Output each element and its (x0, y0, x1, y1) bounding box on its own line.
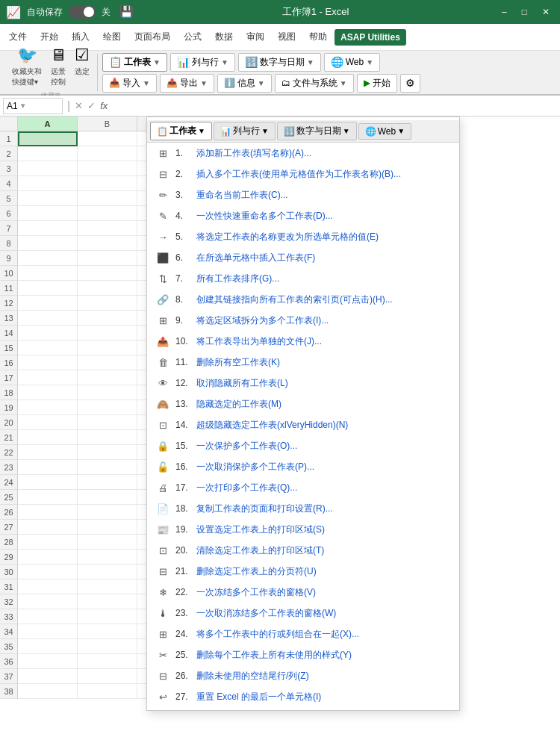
dropdown-item[interactable]: ✎4.一次性快速重命名多个工作表(D)... (147, 205, 459, 226)
grid-cell[interactable] (18, 415, 78, 430)
grid-cell[interactable] (78, 579, 137, 594)
grid-cell[interactable] (78, 370, 137, 385)
dropdown-item[interactable]: ⊞1.添加新工作表(填写名称)(A)... (147, 143, 459, 164)
dropdown-tab-numbers[interactable]: 🔢 数字与日期▼ (277, 122, 357, 140)
dropdown-item[interactable]: 📰19.设置选定工作表上的打印区域(S) (147, 519, 459, 540)
dropdown-tab-worksheet[interactable]: 📋 工作表▼ (150, 122, 212, 140)
grid-cell[interactable] (78, 326, 137, 341)
autosave-toggle[interactable] (69, 5, 96, 19)
remote-control-btn[interactable]: 🖥 远景控制 (47, 44, 69, 89)
grid-cell[interactable] (78, 475, 137, 490)
worksheet-dropdown-btn[interactable]: 📋 工作表 ▼ (102, 53, 167, 72)
grid-cell[interactable] (18, 266, 78, 281)
close-btn[interactable]: ✕ (538, 7, 554, 17)
grid-cell[interactable] (18, 131, 78, 146)
grid-cell[interactable] (78, 609, 137, 624)
save-icon[interactable]: 💾 (119, 5, 134, 19)
grid-cell[interactable] (18, 206, 78, 221)
grid-cell[interactable] (18, 639, 78, 654)
grid-cell[interactable] (78, 266, 137, 281)
select-btn[interactable]: ☑ 选定 (72, 44, 93, 89)
grid-cell[interactable] (78, 654, 137, 669)
menu-draw[interactable]: 绘图 (97, 28, 127, 46)
grid-cell[interactable] (18, 550, 78, 565)
grid-cell[interactable] (78, 550, 137, 565)
grid-cell[interactable] (18, 475, 78, 490)
dropdown-item[interactable]: ✂25.删除每个工作表上所有未使用的样式(Y) (147, 644, 459, 665)
grid-cell[interactable] (78, 176, 137, 191)
grid-cell[interactable] (18, 341, 78, 355)
grid-cell[interactable] (78, 445, 137, 460)
columns-rows-btn[interactable]: 📊 列与行 ▼ (170, 53, 235, 72)
import-btn[interactable]: 📥 导入▼ (102, 74, 157, 93)
grid-cell[interactable] (18, 669, 78, 684)
grid-cell[interactable] (18, 445, 78, 460)
dropdown-item[interactable]: 👁12.取消隐藏所有工作表(L) (147, 373, 459, 394)
grid-cell[interactable] (78, 161, 137, 176)
grid-cell[interactable] (18, 505, 78, 520)
grid-cell[interactable] (18, 609, 78, 624)
menu-help[interactable]: 帮助 (303, 28, 333, 46)
grid-cell[interactable] (78, 430, 137, 445)
dropdown-tab-columns[interactable]: 📊 列与行▼ (214, 122, 276, 140)
maximize-btn[interactable]: □ (517, 7, 532, 17)
grid-cell[interactable] (18, 565, 78, 579)
menu-review[interactable]: 审阅 (240, 28, 270, 46)
grid-cell[interactable] (18, 161, 78, 176)
dropdown-item[interactable]: 📤10.将工作表导出为单独的文件(J)... (147, 331, 459, 352)
dropdown-item[interactable]: 🌡23.一次取消冻结多个工作表的窗格(W) (147, 603, 459, 624)
name-box[interactable]: A1 ▼ (3, 98, 63, 114)
web-btn[interactable]: 🌐 Web ▼ (324, 53, 380, 72)
grid-cell[interactable] (78, 639, 137, 654)
grid-cell[interactable] (18, 370, 78, 385)
grid-cell[interactable] (78, 669, 137, 684)
formula-check-x[interactable]: ✕ (75, 100, 83, 111)
grid-cell[interactable] (18, 400, 78, 415)
grid-cell[interactable] (78, 355, 137, 370)
dropdown-item[interactable]: 🖨17.一次打印多个工作表(Q)... (147, 477, 459, 498)
menu-data[interactable]: 数据 (209, 28, 239, 46)
dropdown-item[interactable]: ⊟21.删除选定工作表上的分页符(U) (147, 561, 459, 582)
numbers-dates-btn[interactable]: 🔢 数字与日期 ▼ (238, 53, 321, 72)
info-btn[interactable]: ℹ️ 信息▼ (217, 74, 272, 93)
grid-cell[interactable] (78, 341, 137, 355)
grid-cell[interactable] (78, 191, 137, 206)
grid-cell[interactable] (18, 594, 78, 609)
dropdown-item[interactable]: 📄18.复制工作表的页面和打印设置(R)... (147, 498, 459, 519)
grid-cell[interactable] (18, 624, 78, 639)
dropdown-item[interactable]: ⊞9.将选定区域拆分为多个工作表(I)... (147, 310, 459, 331)
dropdown-item[interactable]: ⊟2.插入多个工作表(使用单元格值作为工作表名称)(B)... (147, 164, 459, 184)
menu-formula[interactable]: 公式 (178, 28, 208, 46)
grid-cell[interactable] (18, 355, 78, 370)
grid-cell[interactable] (18, 221, 78, 236)
grid-cell[interactable] (78, 684, 137, 699)
file-system-btn[interactable]: 🗂 文件与系统▼ (275, 74, 354, 93)
grid-cell[interactable] (78, 206, 137, 221)
grid-cell[interactable] (18, 146, 78, 161)
dropdown-item[interactable]: ⊡14.超级隐藏选定工作表(xlVeryHidden)(N) (147, 414, 459, 435)
grid-cell[interactable] (78, 594, 137, 609)
grid-cell[interactable] (78, 400, 137, 415)
dropdown-item[interactable]: ↩27.重置 Excel 的最后一个单元格(I) (147, 686, 459, 707)
grid-cell[interactable] (18, 684, 78, 699)
grid-cell[interactable] (78, 296, 137, 311)
grid-cell[interactable] (78, 131, 137, 146)
settings-gear-btn[interactable]: ⚙ (400, 74, 420, 93)
grid-cell[interactable] (78, 460, 137, 475)
dropdown-item[interactable]: ❄22.一次冻结多个工作表的窗格(V) (147, 582, 459, 603)
menu-view[interactable]: 视图 (272, 28, 302, 46)
grid-cell[interactable] (18, 460, 78, 475)
grid-cell[interactable] (78, 535, 137, 550)
grid-cell[interactable] (78, 146, 137, 161)
grid-cell[interactable] (18, 490, 78, 505)
grid-cell[interactable] (78, 505, 137, 520)
grid-cell[interactable] (78, 281, 137, 296)
dropdown-item[interactable]: ✏3.重命名当前工作表(C)... (147, 184, 459, 205)
dropdown-item[interactable]: 🗑11.删除所有空工作表(K) (147, 352, 459, 373)
grid-cell[interactable] (18, 520, 78, 535)
dropdown-item[interactable]: 🙈13.隐藏选定的工作表(M) (147, 394, 459, 414)
grid-cell[interactable] (78, 415, 137, 430)
menu-pagelayout[interactable]: 页面布局 (128, 28, 176, 46)
col-header-A[interactable]: A (18, 116, 78, 131)
dropdown-item[interactable]: ⬛6.在所选单元格中插入工作表(F) (147, 247, 459, 268)
